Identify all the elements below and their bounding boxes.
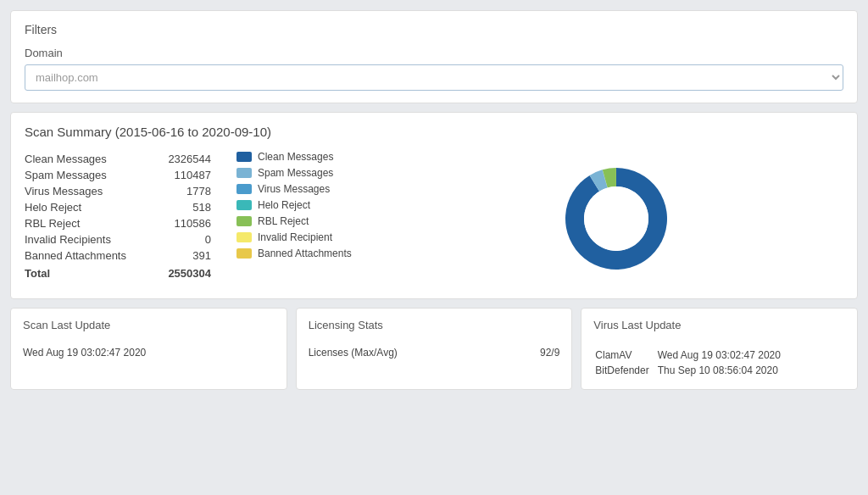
- filters-card: Filters Domain mailhop.com: [10, 10, 858, 103]
- legend-label: Invalid Recipient: [258, 231, 332, 243]
- license-row: Licenses (Max/Avg) 92/9: [309, 347, 560, 359]
- table-row: Invalid Recipients0: [25, 231, 211, 248]
- virus-last-update-card: Virus Last Update ClamAVWed Aug 19 03:02…: [581, 308, 858, 390]
- bottom-cards: Scan Last Update Wed Aug 19 03:02:47 202…: [10, 308, 858, 390]
- domain-label: Domain: [25, 47, 843, 59]
- svg-point-0: [584, 186, 648, 251]
- virus-last-update-content: ClamAVWed Aug 19 03:02:47 2020BitDefende…: [593, 347, 845, 379]
- legend-color-swatch: [236, 152, 252, 162]
- virus-date: Wed Aug 19 03:02:47 2020: [658, 348, 781, 362]
- legend-label: Helo Reject: [258, 199, 310, 211]
- table-row: Banned Attachments391: [25, 248, 211, 264]
- legend-label: Virus Messages: [258, 183, 330, 195]
- total-label: Total: [25, 264, 145, 281]
- legend-color-swatch: [236, 216, 252, 226]
- scan-last-update-value: Wed Aug 19 03:02:47 2020: [23, 347, 275, 359]
- legend-label: Spam Messages: [258, 167, 333, 179]
- stat-value: 518: [145, 199, 211, 215]
- legend-item: Invalid Recipient: [236, 231, 364, 243]
- scan-last-update-title: Scan Last Update: [23, 319, 275, 336]
- table-row: RBL Reject110586: [25, 215, 211, 231]
- stat-value: 2326544: [145, 151, 211, 167]
- stat-label: Spam Messages: [25, 167, 145, 183]
- legend-item: Banned Attachments: [236, 248, 364, 259]
- virus-name: ClamAV: [595, 348, 655, 362]
- licensing-stats-card: Licensing Stats Licenses (Max/Avg) 92/9: [296, 308, 573, 390]
- legend-label: RBL Reject: [258, 215, 309, 227]
- legend-item: Helo Reject: [236, 199, 364, 211]
- summary-content: Clean Messages2326544Spam Messages110487…: [25, 151, 843, 286]
- legend-color-swatch: [236, 232, 252, 242]
- legend-color-swatch: [236, 248, 252, 259]
- table-row: Spam Messages110487: [25, 167, 211, 183]
- legend-item: Clean Messages: [236, 151, 364, 163]
- donut-chart: [548, 151, 684, 286]
- stat-value: 391: [145, 248, 211, 264]
- table-row: BitDefenderThu Sep 10 08:56:04 2020: [595, 364, 781, 377]
- legend-label: Banned Attachments: [258, 248, 352, 259]
- stats-data-table: Clean Messages2326544Spam Messages110487…: [25, 151, 211, 281]
- legend-color-swatch: [236, 168, 252, 178]
- table-row: Virus Messages1778: [25, 183, 211, 199]
- stat-label: Banned Attachments: [25, 248, 145, 264]
- stat-value: 110586: [145, 215, 211, 231]
- stat-label: Invalid Recipients: [25, 231, 145, 248]
- license-value: 92/9: [540, 347, 559, 359]
- legend-label: Clean Messages: [258, 151, 333, 163]
- virus-table: ClamAVWed Aug 19 03:02:47 2020BitDefende…: [593, 347, 782, 379]
- scan-summary-card: Scan Summary (2015-06-16 to 2020-09-10) …: [10, 112, 858, 299]
- scan-last-update-card: Scan Last Update Wed Aug 19 03:02:47 202…: [10, 308, 287, 390]
- domain-select[interactable]: mailhop.com: [25, 64, 843, 91]
- licensing-stats-title: Licensing Stats: [309, 319, 560, 336]
- table-row: Clean Messages2326544: [25, 151, 211, 167]
- license-label: Licenses (Max/Avg): [309, 347, 398, 359]
- legend-color-swatch: [236, 200, 252, 210]
- stat-value: 110487: [145, 167, 211, 183]
- virus-name: BitDefender: [595, 364, 655, 377]
- stats-table: Clean Messages2326544Spam Messages110487…: [25, 151, 211, 281]
- stat-label: RBL Reject: [25, 215, 145, 231]
- total-value: 2550304: [145, 264, 211, 281]
- scan-summary-title: Scan Summary (2015-06-16 to 2020-09-10): [25, 125, 843, 139]
- legend-color-swatch: [236, 184, 252, 194]
- stat-label: Clean Messages: [25, 151, 145, 167]
- virus-date: Thu Sep 10 08:56:04 2020: [658, 364, 781, 377]
- stat-label: Helo Reject: [25, 199, 145, 215]
- filters-title: Filters: [25, 23, 843, 36]
- chart-legend: Clean MessagesSpam MessagesVirus Message…: [236, 151, 364, 264]
- virus-last-update-title: Virus Last Update: [593, 319, 845, 336]
- donut-chart-area: [389, 151, 843, 286]
- table-row: ClamAVWed Aug 19 03:02:47 2020: [595, 348, 781, 362]
- stat-value: 0: [145, 231, 211, 248]
- legend-item: Spam Messages: [236, 167, 364, 179]
- table-row: Helo Reject518: [25, 199, 211, 215]
- legend-item: Virus Messages: [236, 183, 364, 195]
- stat-label: Virus Messages: [25, 183, 145, 199]
- stat-value: 1778: [145, 183, 211, 199]
- legend-item: RBL Reject: [236, 215, 364, 227]
- total-row: Total 2550304: [25, 264, 211, 281]
